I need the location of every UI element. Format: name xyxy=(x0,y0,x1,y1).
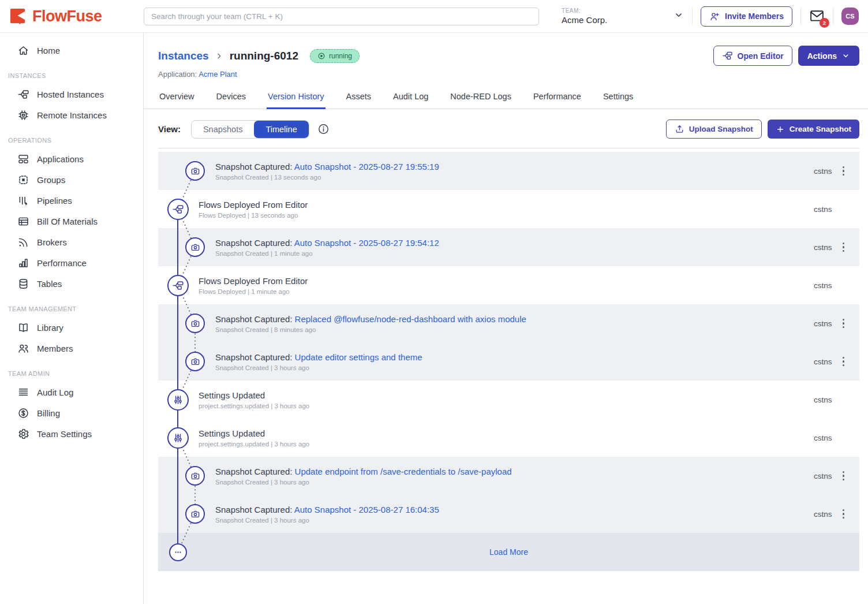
sidebar-item-groups[interactable]: Groups xyxy=(0,169,143,190)
timeline-row-texts: Snapshot Captured: Update editor setting… xyxy=(215,352,422,371)
create-snapshot-button[interactable]: Create Snapshot xyxy=(768,120,859,139)
notification-count-badge: 2 xyxy=(820,18,829,28)
sidebar-item-label: Remote Instances xyxy=(37,110,107,120)
sidebar-item-billing[interactable]: Billing xyxy=(0,402,143,423)
camera-icon xyxy=(190,242,201,253)
snapshot-title: Snapshot Captured: Auto Snapshot - 2025-… xyxy=(215,162,439,171)
open-editor-button[interactable]: Open Editor xyxy=(713,46,792,66)
kebab-menu-icon[interactable] xyxy=(841,356,846,368)
broadcast-icon xyxy=(17,236,29,248)
kebab-menu-icon[interactable] xyxy=(841,508,846,520)
sidebar-item-library[interactable]: Library xyxy=(0,317,143,338)
snapshot-name-link[interactable]: Auto Snapshot - 2025-08-27 19:55:19 xyxy=(294,162,439,171)
timeline-row-texts: Flows Deployed From EditorFlows Deployed… xyxy=(199,200,308,219)
kebab-menu-icon[interactable] xyxy=(841,318,846,330)
load-more-link[interactable]: Load More xyxy=(489,547,528,557)
kebab-menu-icon[interactable] xyxy=(841,241,846,253)
actions-button[interactable]: Actions xyxy=(798,46,859,66)
flowfuse-logo[interactable]: FlowFuse xyxy=(9,8,144,25)
chevron-down-icon xyxy=(674,10,684,23)
snapshot-title-prefix: Snapshot Captured: xyxy=(215,238,294,248)
toggle-timeline[interactable]: Timeline xyxy=(254,121,308,138)
sidebar-item-audit-log[interactable]: Audit Log xyxy=(0,382,143,402)
snapshot-name-link[interactable]: Update editor settings and theme xyxy=(295,352,422,362)
tab-overview[interactable]: Overview xyxy=(158,87,195,109)
gear-icon xyxy=(17,428,29,440)
kebab-menu-icon[interactable] xyxy=(841,165,846,177)
timeline-row-right: cstns xyxy=(814,394,845,406)
camera-timeline-node xyxy=(185,466,205,486)
search-input[interactable] xyxy=(144,8,539,25)
snapshot-name-link[interactable]: Replaced @flowfuse/node-red-dashboard wi… xyxy=(295,314,526,324)
team-label: TEAM: xyxy=(562,8,607,14)
sidebar-item-label: Audit Log xyxy=(37,387,73,397)
view-toggle-group: Snapshots Timeline xyxy=(191,120,309,139)
ellipsis-icon xyxy=(173,547,183,557)
camera-timeline-node xyxy=(185,352,205,371)
snapshot-name-link[interactable]: Auto Snapshot - 2025-08-27 16:04:35 xyxy=(294,505,439,514)
sidebar-section-header-team-admin: TEAM ADMIN xyxy=(8,370,143,377)
avatar[interactable]: CS xyxy=(841,8,859,25)
snapshot-name-link[interactable]: Update endpoint from /save-credentials t… xyxy=(295,467,512,476)
notifications-button[interactable]: 2 xyxy=(809,9,825,23)
snapshot-name-link[interactable]: Auto Snapshot - 2025-08-27 19:54:12 xyxy=(294,238,439,248)
tab-assets[interactable]: Assets xyxy=(345,87,373,109)
chevron-right-icon xyxy=(215,51,224,61)
sidebar-item-pipelines[interactable]: Pipelines xyxy=(0,190,143,211)
sidebar-item-hosted-instances[interactable]: Hosted Instances xyxy=(0,84,143,105)
toggle-snapshots[interactable]: Snapshots xyxy=(192,121,255,138)
sidebar-item-tables[interactable]: Tables xyxy=(0,273,143,294)
sidebar-item-home[interactable]: Home xyxy=(0,40,143,61)
snapshot-title: Snapshot Captured: Auto Snapshot - 2025-… xyxy=(215,505,439,514)
tab-performance[interactable]: Performance xyxy=(532,87,582,109)
timeline-row-right: cstns xyxy=(814,318,845,330)
application-link[interactable]: Acme Plant xyxy=(199,70,237,79)
sidebar-item-brokers[interactable]: Brokers xyxy=(0,232,143,252)
camera-icon xyxy=(190,166,201,177)
tab-audit-log[interactable]: Audit Log xyxy=(392,87,429,109)
sidebar-item-label: Home xyxy=(37,46,60,55)
tab-version-history[interactable]: Version History xyxy=(267,87,326,109)
event-title: Settings Updated xyxy=(199,390,309,400)
row-user: cstns xyxy=(814,281,832,290)
tab-settings[interactable]: Settings xyxy=(602,87,634,109)
row-user: cstns xyxy=(814,243,832,252)
timeline-row-right: cstns xyxy=(814,508,845,520)
timeline-row-meta: Snapshot Created | 13 seconds ago xyxy=(215,174,439,181)
camera-timeline-node xyxy=(185,314,205,333)
flows-icon xyxy=(172,279,184,292)
camera-icon xyxy=(190,356,201,367)
sidebar-item-applications[interactable]: Applications xyxy=(0,148,143,169)
team-selector[interactable]: TEAM: Acme Corp. xyxy=(562,8,684,25)
timeline-row-snapshot: Snapshot Captured: Auto Snapshot - 2025-… xyxy=(158,228,859,266)
timeline-row-snapshot: Snapshot Captured: Auto Snapshot - 2025-… xyxy=(158,152,859,190)
breadcrumb-instances-link[interactable]: Instances xyxy=(158,50,209,62)
timeline-row-meta: Flows Deployed | 13 seconds ago xyxy=(199,212,308,219)
tab-node-red-logs[interactable]: Node-RED Logs xyxy=(449,87,512,109)
info-icon[interactable] xyxy=(317,123,330,135)
sidebar-item-remote-instances[interactable]: Remote Instances xyxy=(0,105,143,125)
event-title: Flows Deployed From Editor xyxy=(199,276,308,286)
timeline-row-snapshot: Snapshot Captured: Replaced @flowfuse/no… xyxy=(158,304,859,342)
view-label: View: xyxy=(158,124,181,134)
main-content: Instances running-6012 running xyxy=(144,33,868,604)
sidebar-item-bill-of-materials[interactable]: Bill Of Materials xyxy=(0,211,143,232)
timeline-row-meta: Snapshot Created | 8 minutes ago xyxy=(215,326,526,333)
application-line: Application: Acme Plant xyxy=(158,70,859,79)
sidebar-item-label: Groups xyxy=(37,175,65,185)
sidebar-item-label: Brokers xyxy=(37,237,67,247)
upload-snapshot-button[interactable]: Upload Snapshot xyxy=(666,120,762,139)
invite-members-button[interactable]: Invite Members xyxy=(701,6,792,27)
app-root: FlowFuse TEAM: Acme Corp. Invite Members xyxy=(0,0,868,604)
page-title: running-6012 xyxy=(230,50,298,62)
view-toolbar: View: Snapshots Timeline Upload Snapshot xyxy=(158,109,859,148)
tab-devices[interactable]: Devices xyxy=(215,87,247,109)
sidebar-item-members[interactable]: Members xyxy=(0,338,143,359)
open-editor-label: Open Editor xyxy=(738,51,784,61)
sidebar-item-team-settings[interactable]: Team Settings xyxy=(0,423,143,444)
sidebar: HomeINSTANCESHosted InstancesRemote Inst… xyxy=(0,33,144,604)
timeline-row-texts: Snapshot Captured: Update endpoint from … xyxy=(215,467,512,486)
camera-timeline-node xyxy=(185,237,205,257)
sidebar-item-performance[interactable]: Performance xyxy=(0,252,143,273)
kebab-menu-icon[interactable] xyxy=(841,470,846,482)
